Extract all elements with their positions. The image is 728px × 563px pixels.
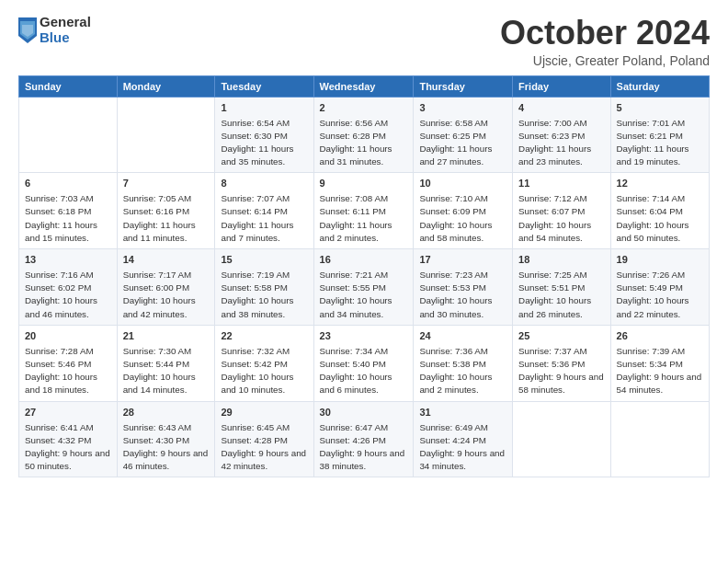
- daylight-text: Daylight: 11 hours and 2 minutes.: [320, 219, 408, 245]
- sunrise-text: Sunrise: 7:39 AM: [617, 345, 703, 358]
- day-number: 23: [320, 329, 408, 344]
- sunrise-text: Sunrise: 7:36 AM: [419, 345, 506, 358]
- day-number: 26: [617, 329, 703, 344]
- location: Ujscie, Greater Poland, Poland: [500, 53, 710, 68]
- sunrise-text: Sunrise: 7:07 AM: [221, 192, 307, 205]
- week-row-2: 6Sunrise: 7:03 AMSunset: 6:18 PMDaylight…: [19, 173, 710, 249]
- daylight-text: Daylight: 10 hours and 22 minutes.: [617, 294, 703, 320]
- daylight-text: Daylight: 11 hours and 31 minutes.: [320, 143, 408, 168]
- daylight-text: Daylight: 11 hours and 27 minutes.: [419, 143, 506, 168]
- sunset-text: Sunset: 5:49 PM: [617, 282, 703, 294]
- sunset-text: Sunset: 6:02 PM: [25, 282, 111, 294]
- day-number: 2: [320, 101, 408, 116]
- calendar-table: Sunday Monday Tuesday Wednesday Thursday…: [18, 75, 710, 478]
- daylight-text: Daylight: 10 hours and 42 minutes.: [123, 294, 210, 320]
- sunset-text: Sunset: 6:14 PM: [221, 205, 307, 218]
- calendar-cell: [19, 97, 118, 173]
- sunrise-text: Sunrise: 7:01 AM: [617, 117, 703, 130]
- calendar-cell: 20Sunrise: 7:28 AMSunset: 5:46 PMDayligh…: [19, 325, 118, 401]
- day-number: 19: [617, 253, 703, 268]
- header: General Blue October 2024 Ujscie, Greate…: [18, 15, 710, 68]
- calendar-cell: [117, 97, 215, 173]
- daylight-text: Daylight: 11 hours and 35 minutes.: [221, 143, 307, 168]
- logo-general: General: [40, 15, 91, 30]
- sunrise-text: Sunrise: 7:37 AM: [518, 345, 604, 358]
- calendar-header: Sunday Monday Tuesday Wednesday Thursday…: [19, 75, 710, 97]
- daylight-text: Daylight: 9 hours and 50 minutes.: [25, 447, 111, 473]
- calendar-cell: 21Sunrise: 7:30 AMSunset: 5:44 PMDayligh…: [117, 325, 215, 401]
- title-block: October 2024 Ujscie, Greater Poland, Pol…: [500, 15, 710, 68]
- daylight-text: Daylight: 10 hours and 14 minutes.: [123, 371, 210, 396]
- day-number: 27: [25, 406, 111, 420]
- header-wednesday: Wednesday: [313, 75, 414, 97]
- calendar-cell: [513, 401, 610, 477]
- sunset-text: Sunset: 4:32 PM: [25, 434, 111, 447]
- sunrise-text: Sunrise: 7:16 AM: [25, 269, 111, 282]
- calendar-cell: 3Sunrise: 6:58 AMSunset: 6:25 PMDaylight…: [414, 97, 513, 173]
- day-number: 22: [221, 329, 307, 344]
- daylight-text: Daylight: 9 hours and 38 minutes.: [320, 447, 408, 473]
- calendar-cell: 23Sunrise: 7:34 AMSunset: 5:40 PMDayligh…: [313, 325, 414, 401]
- page: General Blue October 2024 Ujscie, Greate…: [0, 0, 728, 563]
- calendar-cell: 2Sunrise: 6:56 AMSunset: 6:28 PMDaylight…: [313, 97, 414, 173]
- sunrise-text: Sunrise: 7:14 AM: [617, 192, 703, 205]
- week-row-4: 20Sunrise: 7:28 AMSunset: 5:46 PMDayligh…: [19, 325, 710, 401]
- calendar-cell: 8Sunrise: 7:07 AMSunset: 6:14 PMDaylight…: [215, 173, 313, 249]
- sunset-text: Sunset: 6:23 PM: [518, 130, 604, 143]
- day-number: 3: [419, 101, 506, 116]
- sunrise-text: Sunrise: 6:49 AM: [419, 421, 506, 434]
- day-number: 8: [221, 177, 307, 191]
- daylight-text: Daylight: 11 hours and 7 minutes.: [221, 219, 307, 245]
- sunset-text: Sunset: 5:34 PM: [617, 358, 703, 371]
- day-number: 25: [518, 329, 604, 344]
- calendar-cell: 13Sunrise: 7:16 AMSunset: 6:02 PMDayligh…: [19, 249, 118, 326]
- sunrise-text: Sunrise: 7:17 AM: [123, 269, 210, 282]
- logo-text: General Blue: [40, 15, 91, 45]
- day-number: 21: [123, 329, 210, 344]
- sunset-text: Sunset: 6:11 PM: [320, 205, 408, 218]
- day-number: 5: [617, 101, 703, 116]
- calendar-cell: 25Sunrise: 7:37 AMSunset: 5:36 PMDayligh…: [513, 325, 610, 401]
- daylight-text: Daylight: 10 hours and 38 minutes.: [221, 294, 307, 320]
- sunset-text: Sunset: 5:58 PM: [221, 282, 307, 294]
- calendar-cell: 31Sunrise: 6:49 AMSunset: 4:24 PMDayligh…: [414, 401, 513, 477]
- sunrise-text: Sunrise: 6:43 AM: [123, 421, 210, 434]
- logo-blue: Blue: [40, 30, 91, 46]
- daylight-text: Daylight: 9 hours and 34 minutes.: [419, 447, 506, 473]
- daylight-text: Daylight: 10 hours and 10 minutes.: [221, 371, 307, 396]
- sunset-text: Sunset: 5:55 PM: [320, 282, 408, 294]
- sunrise-text: Sunrise: 7:00 AM: [518, 117, 604, 130]
- header-sunday: Sunday: [19, 75, 118, 97]
- sunrise-text: Sunrise: 7:03 AM: [25, 192, 111, 205]
- sunset-text: Sunset: 6:09 PM: [419, 205, 506, 218]
- header-thursday: Thursday: [414, 75, 513, 97]
- daylight-text: Daylight: 10 hours and 2 minutes.: [419, 371, 506, 396]
- daylight-text: Daylight: 11 hours and 19 minutes.: [617, 143, 703, 168]
- sunrise-text: Sunrise: 7:28 AM: [25, 345, 111, 358]
- sunrise-text: Sunrise: 7:32 AM: [221, 345, 307, 358]
- daylight-text: Daylight: 10 hours and 6 minutes.: [320, 371, 408, 396]
- sunset-text: Sunset: 6:21 PM: [617, 130, 703, 143]
- calendar-cell: 26Sunrise: 7:39 AMSunset: 5:34 PMDayligh…: [610, 325, 709, 401]
- sunset-text: Sunset: 6:00 PM: [123, 282, 210, 294]
- sunrise-text: Sunrise: 7:30 AM: [123, 345, 210, 358]
- calendar-cell: [610, 401, 709, 477]
- calendar-cell: 9Sunrise: 7:08 AMSunset: 6:11 PMDaylight…: [313, 173, 414, 249]
- logo: General Blue: [18, 15, 91, 45]
- sunset-text: Sunset: 5:40 PM: [320, 358, 408, 371]
- sunset-text: Sunset: 6:18 PM: [25, 205, 111, 218]
- day-number: 13: [25, 253, 111, 268]
- day-number: 24: [419, 329, 506, 344]
- day-number: 30: [320, 406, 408, 420]
- header-friday: Friday: [513, 75, 610, 97]
- sunset-text: Sunset: 5:53 PM: [419, 282, 506, 294]
- sunrise-text: Sunrise: 6:54 AM: [221, 117, 307, 130]
- sunrise-text: Sunrise: 7:12 AM: [518, 192, 604, 205]
- daylight-text: Daylight: 10 hours and 34 minutes.: [320, 294, 408, 320]
- daylight-text: Daylight: 9 hours and 46 minutes.: [123, 447, 210, 473]
- daylight-text: Daylight: 10 hours and 18 minutes.: [25, 371, 111, 396]
- calendar-cell: 6Sunrise: 7:03 AMSunset: 6:18 PMDaylight…: [19, 173, 118, 249]
- calendar-cell: 5Sunrise: 7:01 AMSunset: 6:21 PMDaylight…: [610, 97, 709, 173]
- calendar-cell: 19Sunrise: 7:26 AMSunset: 5:49 PMDayligh…: [610, 249, 709, 326]
- daylight-text: Daylight: 10 hours and 54 minutes.: [518, 219, 604, 245]
